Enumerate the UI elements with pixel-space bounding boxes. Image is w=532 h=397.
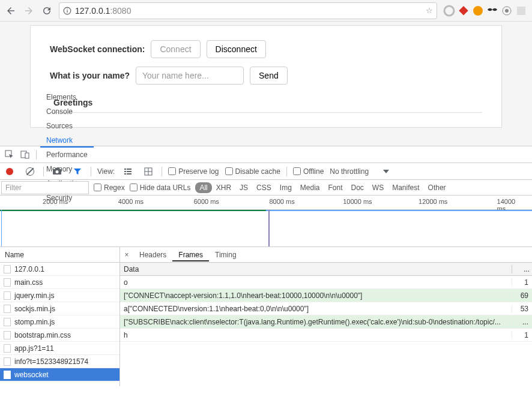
- clear-button[interactable]: [23, 164, 37, 179]
- inspect-element-icon[interactable]: [2, 148, 17, 162]
- type-filter-css[interactable]: CSS: [252, 182, 276, 193]
- ext-icon-5[interactable]: [501, 5, 513, 17]
- request-row[interactable]: 127.0.0.1: [0, 263, 119, 276]
- frame-length: 1: [512, 278, 532, 287]
- type-filter-doc[interactable]: Doc: [347, 182, 368, 193]
- network-filter-bar: Regex Hide data URLs AllXHRJSCSSImgMedia…: [0, 180, 532, 196]
- frame-row[interactable]: ["SUBSCRIBE\nack:client\nselector:T(java…: [120, 315, 532, 329]
- file-icon: [4, 305, 11, 313]
- back-button[interactable]: [2, 2, 19, 19]
- screenshot-icon[interactable]: [50, 164, 64, 179]
- extension-icons: [441, 5, 530, 17]
- tab-memory[interactable]: Memory: [40, 162, 94, 176]
- frame-data: ["CONNECT\naccept-version:1.1,1.0\nheart…: [120, 291, 512, 300]
- device-toggle-icon[interactable]: [18, 148, 32, 162]
- type-filter-manifest[interactable]: Manifest: [388, 182, 423, 193]
- reload-button[interactable]: [38, 2, 55, 19]
- request-row[interactable]: bootstrap.min.css: [0, 329, 119, 342]
- type-filter-xhr[interactable]: XHR: [212, 182, 235, 193]
- devtools-panel: ElementsConsoleSourcesNetworkPerformance…: [0, 146, 532, 386]
- svg-point-14: [56, 170, 59, 173]
- frames-length-header[interactable]: ...: [512, 265, 532, 273]
- websocket-label: WebSocket connection:: [50, 44, 145, 54]
- forward-button[interactable]: [20, 2, 37, 19]
- ext-icon-1[interactable]: [443, 5, 455, 17]
- ext-icon-4[interactable]: [486, 5, 498, 17]
- tab-elements[interactable]: Elements: [40, 90, 94, 104]
- request-name: stomp.min.js: [14, 318, 55, 326]
- request-row[interactable]: info?t=1523348921574: [0, 355, 119, 368]
- request-row[interactable]: sockjs.min.js: [0, 302, 119, 315]
- close-detail-icon[interactable]: ×: [120, 251, 133, 259]
- type-filter-all[interactable]: All: [195, 182, 211, 193]
- tab-console[interactable]: Console: [40, 104, 94, 119]
- timeline-tick: 4000 ms: [118, 198, 144, 205]
- type-filter-ws[interactable]: WS: [368, 182, 388, 193]
- frame-row[interactable]: a["CONNECTED\nversion:1.1\nheart-beat:0,…: [120, 302, 532, 315]
- address-bar[interactable]: 127.0.0.1:8080 ☆: [59, 2, 437, 19]
- disable-cache-checkbox[interactable]: Disable cache: [225, 167, 280, 176]
- filter-toggle-icon[interactable]: [70, 164, 85, 179]
- frames-table: Data ... o1["CONNECT\naccept-version:1.1…: [120, 263, 532, 386]
- requests-list: Name 127.0.0.1main.cssjquery.min.jssockj…: [0, 247, 120, 386]
- network-toolbar: View: Preserve log Disable cache Offline…: [0, 163, 532, 180]
- type-filter-js[interactable]: JS: [235, 182, 252, 193]
- list-view-icon[interactable]: [121, 164, 135, 179]
- request-row[interactable]: main.css: [0, 276, 119, 289]
- tab-network[interactable]: Network: [40, 133, 94, 148]
- request-row[interactable]: jquery.min.js: [0, 289, 119, 302]
- file-icon: [4, 344, 11, 353]
- request-row[interactable]: app.js?1=11: [0, 342, 119, 355]
- detail-tab-timing[interactable]: Timing: [209, 248, 243, 261]
- frame-row[interactable]: ["CONNECT\naccept-version:1.1,1.0\nheart…: [120, 289, 532, 302]
- offline-checkbox[interactable]: Offline: [293, 167, 324, 176]
- connect-button[interactable]: Connect: [151, 40, 200, 58]
- address-text: 127.0.0.1:8080: [75, 6, 422, 16]
- devtools-tabs: ElementsConsoleSourcesNetworkPerformance…: [0, 146, 532, 163]
- frame-data: o: [120, 278, 512, 287]
- ext-icon-6[interactable]: [515, 5, 527, 17]
- type-filter-media[interactable]: Media: [296, 182, 324, 193]
- timeline-tick: 12000 ms: [419, 198, 447, 205]
- frames-data-header[interactable]: Data: [120, 265, 512, 273]
- send-button[interactable]: Send: [250, 67, 288, 85]
- bookmark-star-icon[interactable]: ☆: [426, 6, 433, 15]
- request-name: jquery.min.js: [14, 291, 54, 300]
- frame-length: 69: [512, 291, 532, 300]
- record-button[interactable]: [2, 164, 17, 179]
- detail-tab-headers[interactable]: Headers: [133, 248, 172, 261]
- name-label: What is your name?: [50, 71, 130, 80]
- name-input[interactable]: [136, 67, 244, 85]
- request-row[interactable]: websocket: [0, 368, 119, 381]
- filter-input[interactable]: [1, 181, 89, 194]
- type-filter-img[interactable]: Img: [276, 182, 296, 193]
- preserve-log-checkbox[interactable]: Preserve log: [168, 167, 219, 176]
- main-card: WebSocket connection: Connect Disconnect…: [30, 25, 502, 128]
- frame-length: 1: [512, 331, 532, 339]
- disconnect-button[interactable]: Disconnect: [207, 40, 266, 58]
- svg-rect-20: [127, 173, 131, 175]
- timeline-tick: 2000 ms: [43, 198, 68, 205]
- throttling-dropdown[interactable]: No throttling: [330, 167, 389, 176]
- chevron-down-icon: [383, 170, 389, 173]
- tab-sources[interactable]: Sources: [40, 119, 94, 133]
- svg-rect-19: [124, 173, 126, 175]
- frame-row[interactable]: o1: [120, 276, 532, 289]
- frame-row[interactable]: h1: [120, 329, 532, 342]
- grid-view-icon[interactable]: [141, 164, 156, 179]
- type-filter-other[interactable]: Other: [424, 182, 450, 193]
- request-row[interactable]: stomp.min.js: [0, 315, 119, 329]
- timeline-overview[interactable]: [0, 210, 532, 247]
- detail-tab-frames[interactable]: Frames: [172, 248, 209, 261]
- tab-performance[interactable]: Performance: [40, 148, 94, 162]
- ext-icon-3[interactable]: [472, 5, 484, 17]
- regex-checkbox[interactable]: Regex: [94, 184, 125, 192]
- timeline-tick: 6000 ms: [194, 198, 219, 205]
- hide-data-urls-checkbox[interactable]: Hide data URLs: [130, 184, 191, 192]
- timeline-ruler[interactable]: 2000 ms4000 ms6000 ms8000 ms10000 ms1200…: [0, 196, 532, 210]
- type-filter-font[interactable]: Font: [324, 182, 347, 193]
- info-icon[interactable]: [63, 7, 71, 15]
- ext-icon-2[interactable]: [458, 5, 470, 17]
- name-column-header[interactable]: Name: [0, 247, 119, 263]
- file-icon: [4, 318, 11, 326]
